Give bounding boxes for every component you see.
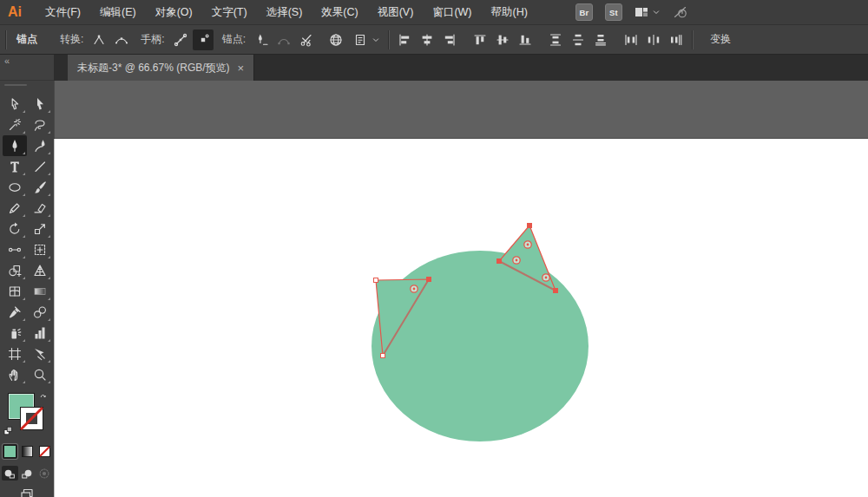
default-fill-stroke-icon[interactable]: [3, 423, 12, 439]
menu-item[interactable]: 效果(C): [312, 5, 367, 20]
control-bar-extra: [326, 29, 383, 50]
chevron-down-icon[interactable]: [371, 35, 381, 45]
close-tab-icon[interactable]: ×: [238, 62, 245, 74]
color-button[interactable]: [3, 444, 17, 459]
zoom-tool[interactable]: [28, 364, 52, 385]
type-tool[interactable]: [3, 156, 27, 177]
menu-item[interactable]: 视图(V): [368, 5, 424, 20]
menu-item[interactable]: 对象(O): [146, 5, 202, 20]
artboard-tool[interactable]: [3, 343, 27, 364]
workspace-switcher-button[interactable]: [635, 5, 661, 19]
share-icon[interactable]: [674, 5, 687, 19]
anchor-target-dot: [516, 259, 518, 262]
pen-tool[interactable]: [3, 135, 27, 156]
screen-mode-button[interactable]: [0, 487, 54, 497]
gradient-button[interactable]: [20, 444, 35, 459]
vdist-center-button[interactable]: [568, 29, 589, 50]
anchor-point[interactable]: [374, 278, 378, 283]
vdist-top-button[interactable]: [545, 29, 566, 50]
tool-row: [0, 323, 54, 343]
anchor-point[interactable]: [497, 259, 502, 264]
slice-tool[interactable]: [28, 343, 52, 364]
anchor-point[interactable]: [554, 289, 558, 293]
hand-icon: [8, 368, 22, 382]
menu-item[interactable]: 窗口(W): [423, 5, 481, 20]
direct-selection-tool[interactable]: [3, 94, 27, 114]
align-bottom-button[interactable]: [515, 29, 536, 50]
draw-normal-button[interactable]: [2, 466, 18, 481]
magic-wand-tool[interactable]: [3, 114, 27, 135]
menu-item[interactable]: 选择(S): [257, 5, 312, 20]
hand-tool[interactable]: [3, 364, 27, 385]
tool-row: [0, 260, 54, 281]
connect-anchors-button[interactable]: [273, 29, 294, 50]
hide-handles-button[interactable]: [193, 29, 214, 50]
align-left-button[interactable]: [394, 29, 415, 50]
align-top-button[interactable]: [470, 29, 490, 50]
align-top-icon: [473, 33, 487, 47]
remove-anchor-button[interactable]: [251, 29, 272, 50]
symbol-sprayer-tool[interactable]: [3, 323, 27, 343]
move-to-artboard-button[interactable]: [350, 29, 371, 50]
bridge-button[interactable]: Br: [575, 3, 593, 21]
convert-to-corner-button[interactable]: [89, 29, 109, 50]
align-center-h-button[interactable]: [417, 29, 437, 50]
mesh-tool[interactable]: [3, 281, 27, 302]
align-right-button[interactable]: [439, 29, 460, 50]
menu-item[interactable]: 帮助(H): [482, 5, 537, 20]
column-graph-tool[interactable]: [28, 323, 52, 343]
document-tab[interactable]: 未标题-3* @ 66.67% (RGB/预览)×: [68, 55, 254, 81]
hdist-left-button[interactable]: [621, 29, 641, 50]
curvature-tool[interactable]: [28, 135, 52, 156]
show-handles-button[interactable]: [170, 29, 191, 50]
cut-path-button[interactable]: [296, 29, 317, 50]
tool-row: [0, 364, 54, 385]
control-bar-grip[interactable]: [5, 30, 6, 49]
gradient-tool[interactable]: [28, 281, 52, 302]
screen-mode-icon: [20, 487, 34, 497]
blend-tool[interactable]: [28, 302, 52, 323]
width-icon: [8, 243, 22, 257]
shaper-tool[interactable]: [3, 198, 27, 219]
scale-tool[interactable]: [28, 219, 52, 239]
free-transform-tool[interactable]: [28, 239, 52, 260]
transform-button[interactable]: 变换: [710, 32, 731, 47]
selection-tool[interactable]: [28, 94, 52, 114]
convert-to-smooth-button[interactable]: [111, 29, 132, 50]
vdist-bottom-button[interactable]: [590, 29, 611, 50]
menu-item[interactable]: 文件(F): [36, 5, 90, 20]
menu-item[interactable]: 文字(T): [202, 5, 257, 20]
anchor-point[interactable]: [427, 278, 431, 282]
anchor-point[interactable]: [381, 354, 385, 358]
tool-row: [0, 302, 54, 323]
stock-button[interactable]: St: [605, 3, 622, 21]
document-setup-button[interactable]: [326, 29, 346, 50]
lasso-tool[interactable]: [28, 114, 52, 135]
paintbrush-tool[interactable]: [28, 177, 52, 198]
collapse-toolbox-button[interactable]: «: [4, 56, 9, 66]
hdist-center-button[interactable]: [643, 29, 664, 50]
toolbox-grip[interactable]: [4, 84, 27, 86]
shape-builder-tool[interactable]: [3, 260, 27, 281]
eyedropper-tool[interactable]: [3, 302, 27, 323]
ellipse-tool[interactable]: [3, 177, 27, 198]
swap-fill-stroke-icon[interactable]: [39, 392, 49, 402]
stroke-color-swatch[interactable]: [20, 407, 43, 430]
control-group-label: 转换:: [60, 32, 83, 47]
rotate-tool[interactable]: [3, 219, 27, 239]
default-fill-stroke-icon: [3, 426, 12, 435]
perspective-grid-tool[interactable]: [28, 260, 52, 281]
draw-behind-button[interactable]: [19, 466, 36, 481]
width-tool[interactable]: [3, 239, 27, 260]
anchor-point[interactable]: [528, 224, 532, 228]
ellipse-icon: [8, 180, 22, 194]
draw-inside-button[interactable]: [36, 466, 53, 481]
line-segment-tool[interactable]: [28, 156, 52, 177]
menu-item[interactable]: 编辑(E): [90, 5, 146, 20]
canvas[interactable]: [54, 81, 868, 497]
hdist-right-button[interactable]: [666, 29, 687, 50]
eraser-tool[interactable]: [28, 198, 52, 219]
hdist-left-icon: [624, 33, 638, 47]
none-button[interactable]: [37, 444, 52, 459]
align-middle-v-button[interactable]: [492, 29, 513, 50]
